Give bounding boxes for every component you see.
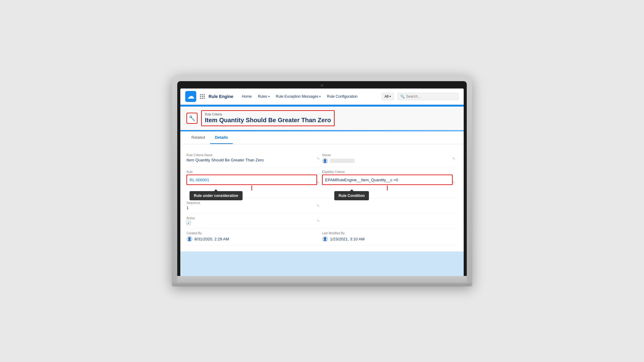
laptop-screen-bezel: ☁ Rule Engine Home Rules ▾ Rule [177,81,467,276]
eligibility-label: Eligibility Criteria [322,170,453,174]
rule-label: Rule [186,170,317,174]
tab-related[interactable]: Related [186,131,210,144]
record-subtitle: Rule Criteria [205,113,331,116]
app-name: Rule Engine [209,94,233,99]
last-modified-date: 1/23/2021, 3:10 AM [330,237,365,241]
sequence-label: Sequence [186,201,317,205]
active-checkbox[interactable]: ✔ [186,221,191,225]
record-header-text-box: Rule Criteria Item Quantity Should Be Gr… [201,110,335,126]
active-label: Active [186,217,317,220]
created-by-date: 8/31/2020, 2:29 AM [194,237,229,241]
field-rule: Rule RL-000001 ✎ Rule under consideratio… [186,167,322,198]
condition-tooltip: Rule Condition [334,191,369,200]
created-by-label: Created By [186,232,317,235]
owner-label: Owner [322,153,453,157]
field-empty-right2 [322,213,458,228]
nav-rules[interactable]: Rules ▾ [255,93,272,100]
nav-rule-exception[interactable]: Rule Exception Messages ▾ [274,93,324,100]
field-eligibility: Eligibility Criteria EPAMRuleEngine__Ite… [322,167,458,198]
edit-eligibility-icon[interactable]: ✎ [452,181,455,185]
grid-icon[interactable] [200,94,205,99]
last-modified-avatar: 👤 [322,236,328,242]
all-dropdown-icon: ▾ [389,95,391,98]
field-sequence: Sequence 1 ✎ [186,198,322,213]
rule-highlighted-box: RL-000001 [186,175,317,185]
field-active: Active ✔ ✎ [186,213,322,228]
rule-criteria-name-label: Rule Criteria Name [186,153,317,157]
owner-row: 👤 [322,158,453,164]
field-created-by: Created By 👤 8/31/2020, 2:29 AM [186,228,322,245]
created-by-avatar: 👤 [186,236,193,242]
search-icon: 🔍 [400,94,405,99]
wrench-icon: 🔧 [189,115,195,122]
all-select[interactable]: All ▾ [382,93,394,100]
laptop-outer: ☁ Rule Engine Home Rules ▾ Rule [172,76,472,286]
rule-tooltip-area: Rule under consideration [186,186,317,195]
created-by-row: 👤 8/31/2020, 2:29 AM [186,236,317,242]
edit-owner-icon[interactable]: ✎ [452,157,455,161]
cloud-icon: ☁ [187,92,194,100]
record-header: 🔧 Rule Criteria Item Quantity Should Be … [180,107,464,130]
last-modified-label: Last Modified By [322,232,453,235]
rule-criteria-name-value: Item Quantity Should Be Greater Than Zer… [186,158,317,162]
search-input[interactable] [406,94,452,99]
laptop-base [177,276,467,283]
rule-arrow-line [251,186,252,190]
exception-dropdown-icon: ▾ [319,95,321,98]
tabs-bar: Related Details [180,131,464,144]
edit-rule-icon[interactable]: ✎ [317,181,320,185]
field-empty-right [322,198,458,213]
eligibility-value: EPAMRuleEngine__Item_Quantity__c >0 [325,178,398,182]
field-rule-criteria-name: Rule Criteria Name Item Quantity Should … [186,150,322,167]
rule-value[interactable]: RL-000001 [190,178,209,182]
field-owner: Owner 👤 ✎ [322,150,458,167]
field-last-modified: Last Modified By 👤 1/23/2021, 3:10 AM [322,228,458,245]
edit-rule-criteria-name-icon[interactable]: ✎ [317,157,320,161]
detail-section: Rule Criteria Name Item Quantity Should … [180,144,464,251]
tab-details[interactable]: Details [210,131,233,144]
sf-header: ☁ Rule Engine Home Rules ▾ Rule [180,89,464,105]
laptop-bottom [172,283,472,286]
rule-tooltip: Rule under consideration [190,191,243,200]
owner-avatar: 👤 [322,158,328,164]
search-bar[interactable]: 🔍 [397,93,459,100]
last-modified-row: 👤 1/23/2021, 3:10 AM [322,236,453,242]
record-title: Item Quantity Should Be Greater Than Zer… [205,117,331,124]
edit-sequence-icon[interactable]: ✎ [317,204,320,208]
laptop-camera [321,84,323,87]
detail-grid: Rule Criteria Name Item Quantity Should … [186,150,458,245]
nav-home[interactable]: Home [240,93,254,100]
nav-rule-config[interactable]: Rule Configuration [324,93,360,100]
laptop-screen: ☁ Rule Engine Home Rules ▾ Rule [180,89,464,276]
sf-logo: ☁ [185,91,196,102]
sf-nav: Home Rules ▾ Rule Exception Messages ▾ R… [240,93,378,100]
edit-active-icon[interactable]: ✎ [317,219,320,223]
sequence-value: 1 [186,206,317,210]
eligibility-highlighted-box: EPAMRuleEngine__Item_Quantity__c >0 [322,175,453,185]
rules-dropdown-icon: ▾ [268,95,270,98]
record-icon: 🔧 [186,113,197,124]
owner-value [330,159,355,163]
eligibility-arrow-line [387,186,388,190]
bottom-blue-area [180,251,464,276]
eligibility-tooltip-area: Rule Condition [322,186,453,195]
